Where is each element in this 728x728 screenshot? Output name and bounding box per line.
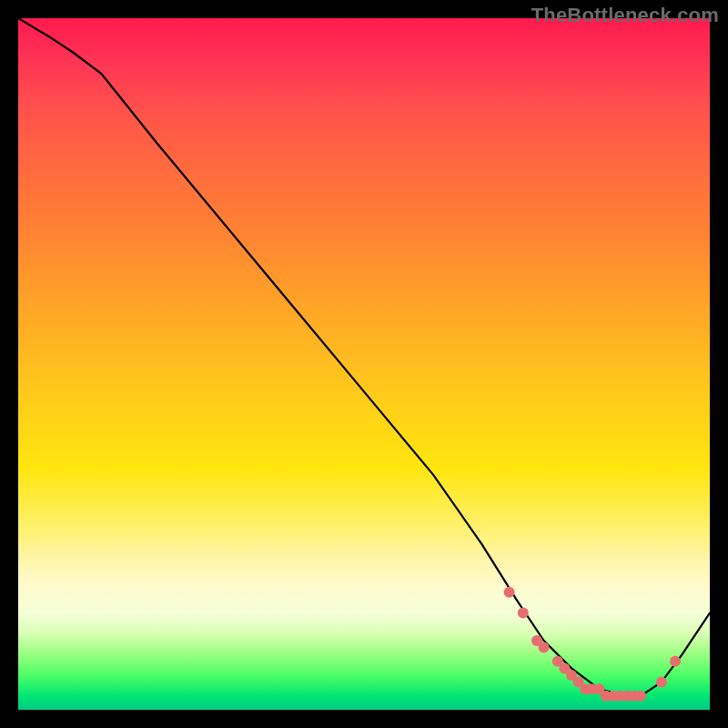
watermark-text: TheBottleneck.com [531,4,719,27]
marker-dot [656,677,667,688]
plot-area [18,18,710,710]
optimal-range-dots [504,587,681,702]
marker-dot [539,642,550,653]
chart-container: TheBottleneck.com [0,0,728,728]
marker-dot [670,656,681,667]
curve-svg [18,18,710,710]
bottleneck-curve [18,18,710,696]
marker-dot [635,691,646,702]
marker-dot [504,587,515,598]
marker-dot [518,608,529,619]
